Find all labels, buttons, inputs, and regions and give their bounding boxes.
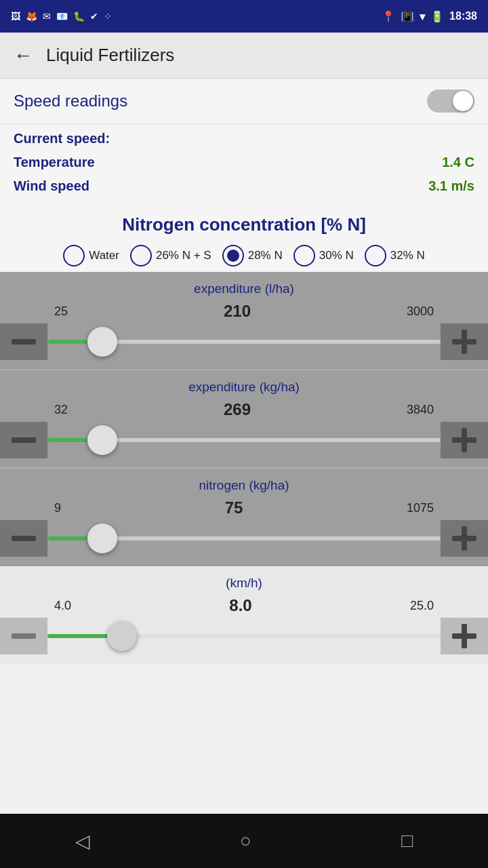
radio-circle-30n [293, 245, 315, 267]
info-section: Current speed: Temperature 1.4 C Wind sp… [0, 124, 488, 206]
radio-label-water: Water [89, 249, 119, 262]
radio-26n[interactable]: 26% N + S [130, 245, 211, 267]
slider-block-nitrogen: nitrogen (kg/ha) 9 75 1075 [0, 469, 488, 566]
slider-min-lha: 25 [54, 304, 68, 319]
radio-circle-26n [130, 245, 152, 267]
status-icons-right: 📍 📳 ▾ 🔋 18:38 [382, 10, 477, 23]
email-icon: 📧 [56, 11, 68, 22]
slider-minus-nitrogen[interactable] [0, 520, 47, 557]
dots-icon: ⁘ [104, 11, 112, 22]
location-icon: 📍 [382, 10, 395, 23]
slider-min-kgha: 32 [54, 403, 68, 417]
slider-max-kmh: 25.0 [410, 599, 434, 613]
wind-speed-value: 3.1 m/s [428, 178, 474, 194]
slider-thumb-nitrogen[interactable] [87, 524, 117, 553]
slider-max-nitrogen: 1075 [407, 501, 434, 515]
minus-icon-kmh [12, 633, 36, 639]
speed-readings-label: Speed readings [14, 92, 127, 111]
toggle-thumb [453, 91, 473, 111]
slider-minus-lha[interactable] [0, 323, 47, 360]
slider-values-kmh: 4.0 8.0 25.0 [0, 596, 488, 615]
slider-min-nitrogen: 9 [54, 501, 61, 515]
radio-label-32n: 32% N [390, 249, 425, 262]
slider-min-kmh: 4.0 [54, 599, 71, 613]
temperature-label: Temperature [14, 155, 95, 170]
slider-minus-kmh[interactable] [0, 618, 47, 654]
slider-current-kgha: 269 [224, 400, 251, 419]
plus-icon-kmh [452, 624, 476, 648]
plus-icon-lha [452, 330, 476, 354]
fire-icon: 🦊 [26, 11, 37, 22]
slider-title-lha: expenditure (l/ha) [0, 281, 488, 296]
temperature-value: 1.4 C [442, 155, 474, 170]
top-bar: ← Liquid Fertilizers [0, 33, 488, 79]
radio-circle-28n [222, 245, 244, 267]
wifi-icon: ▾ [420, 10, 425, 23]
kmh-section: (km/h) 4.0 8.0 25.0 [0, 566, 488, 664]
slider-row-nitrogen [0, 520, 488, 557]
radio-32n[interactable]: 32% N [365, 245, 425, 267]
slider-bg-lha [47, 340, 441, 344]
minus-icon-nitrogen [12, 536, 36, 541]
slider-thumb-kmh[interactable] [107, 621, 137, 651]
bottom-nav: ◁ ○ □ [0, 814, 488, 868]
slider-track-kmh[interactable] [47, 618, 441, 654]
battery-icon: 🔋 [430, 10, 444, 23]
radio-circle-32n [365, 245, 386, 267]
slider-title-nitrogen: nitrogen (kg/ha) [0, 478, 488, 493]
kmh-title: (km/h) [0, 576, 488, 591]
nitrogen-section: Nitrogen concentration [% N] Water 26% N… [0, 206, 488, 272]
slider-track-kgha[interactable] [47, 422, 441, 458]
notification-icon: ✉ [43, 11, 51, 22]
plus-icon-kgha [452, 428, 476, 452]
slider-track-nitrogen[interactable] [47, 520, 441, 557]
speed-readings-toggle[interactable] [427, 90, 474, 113]
slider-row-kmh [0, 618, 488, 654]
radio-dot-28n [227, 250, 239, 262]
slider-bg-kgha [47, 438, 441, 442]
slider-plus-nitrogen[interactable] [441, 520, 488, 557]
slider-max-kgha: 3840 [407, 403, 434, 417]
slider-plus-lha[interactable] [441, 323, 488, 360]
slider-values-nitrogen: 9 75 1075 [0, 498, 488, 517]
time-display: 18:38 [449, 10, 477, 22]
current-speed-row: Current speed: [14, 127, 474, 151]
slider-bg-kmh [47, 634, 441, 638]
radio-label-28n: 28% N [248, 249, 283, 262]
home-nav-button[interactable]: ○ [220, 823, 272, 859]
slider-thumb-lha[interactable] [87, 327, 117, 357]
slider-current-nitrogen: 75 [225, 498, 243, 517]
slider-values-lha: 25 210 3000 [0, 302, 488, 321]
slider-title-kgha: expenditure (kg/ha) [0, 380, 488, 395]
slider-bg-nitrogen [47, 536, 441, 540]
page-title: Liquid Fertilizers [46, 45, 174, 66]
radio-28n[interactable]: 28% N [222, 245, 283, 267]
slider-minus-kgha[interactable] [0, 422, 47, 458]
back-button[interactable]: ← [14, 45, 33, 66]
temperature-row: Temperature 1.4 C [14, 151, 474, 174]
minus-icon-kgha [12, 437, 36, 443]
minus-icon-lha [12, 339, 36, 344]
slider-plus-kmh[interactable] [441, 618, 488, 654]
radio-30n[interactable]: 30% N [293, 245, 354, 267]
radio-label-30n: 30% N [319, 249, 354, 262]
back-nav-button[interactable]: ◁ [55, 823, 110, 859]
nitrogen-radio-group: Water 26% N + S 28% N 30% N 32% N [14, 245, 474, 267]
slider-block-kgha: expenditure (kg/ha) 32 269 3840 [0, 370, 488, 468]
plus-icon-nitrogen [452, 526, 476, 551]
wind-speed-row: Wind speed 3.1 m/s [14, 174, 474, 198]
nitrogen-title: Nitrogen concentration [% N] [14, 214, 474, 235]
slider-track-lha[interactable] [47, 323, 441, 360]
slider-plus-kgha[interactable] [441, 422, 488, 458]
slider-current-lha: 210 [224, 302, 251, 321]
wind-speed-label: Wind speed [14, 178, 89, 194]
slider-row-lha [0, 323, 488, 360]
recent-nav-button[interactable]: □ [381, 823, 433, 859]
slider-row-kgha [0, 422, 488, 458]
vibrate-icon: 📳 [401, 10, 414, 23]
slider-block-lha: expenditure (l/ha) 25 210 3000 [0, 272, 488, 370]
status-bar: 🖼 🦊 ✉ 📧 🐛 ✔ ⁘ 📍 📳 ▾ 🔋 18:38 [0, 0, 488, 33]
current-speed-label: Current speed: [14, 131, 110, 146]
slider-thumb-kgha[interactable] [87, 425, 117, 455]
radio-water[interactable]: Water [63, 245, 119, 267]
